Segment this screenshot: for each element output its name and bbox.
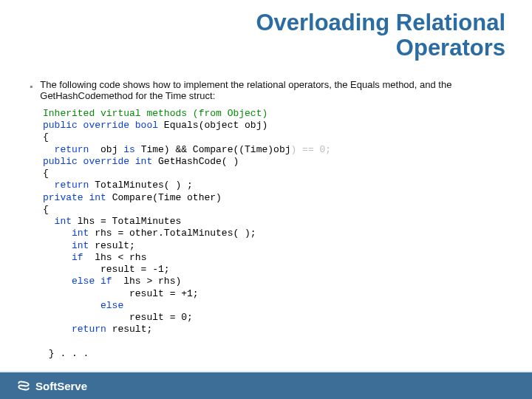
bullet-icon: ▪ [30,81,33,92]
slide-body: ▪ The following code shows how to implem… [43,80,501,360]
brand-name: SoftServe [35,380,87,392]
brand-logo: SoftServe [16,378,87,393]
title-line-2: Operators [396,35,505,61]
softserve-icon [16,378,31,393]
slide-title: Overloading Relational Operators [256,10,505,61]
footer-bar: SoftServe [0,372,532,399]
code-block: Inherited virtual methods (from Object) … [43,108,501,360]
title-line-1: Overloading Relational [256,10,505,35]
code-comment: Inherited virtual methods (from Object) [43,108,267,119]
intro-text: The following code shows how to implemen… [40,80,501,102]
